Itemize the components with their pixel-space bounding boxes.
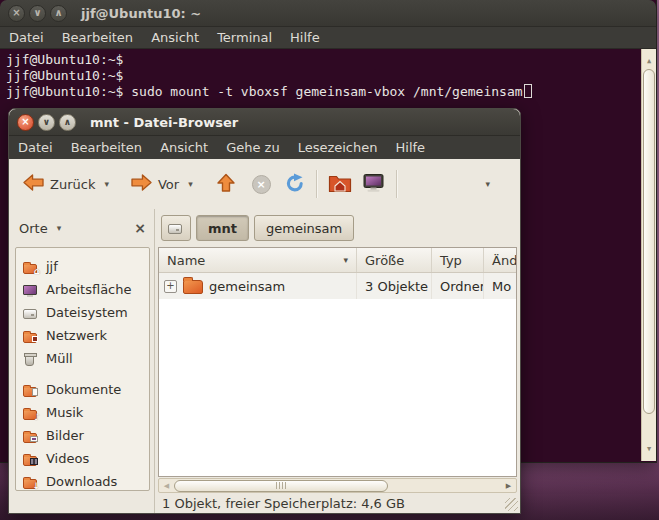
fb-menu-bearbeiten[interactable]: Bearbeiten [62,137,151,158]
close-icon[interactable]: × [8,5,25,22]
forward-button-label: Vor [158,177,179,192]
scroll-up-icon[interactable]: ▲ [642,53,656,69]
scroll-right-icon[interactable]: ▶ [501,482,516,490]
places-selector-label[interactable]: Orte [19,221,48,236]
forward-history-dropdown-icon[interactable]: ▾ [184,179,197,189]
back-history-dropdown-icon[interactable]: ▾ [100,179,113,189]
documents-folder-icon [23,383,39,397]
trash-icon [23,352,39,366]
breadcrumb-root-button[interactable] [161,215,191,241]
terminal-cursor [524,84,532,98]
sidebar-item-videos[interactable]: Videos [16,447,149,470]
file-browser-toolbar: Zurück ▾ Vor ▾ × [9,159,520,209]
file-browser-menubar: Datei Bearbeiten Ansicht Gehe zu Lesezei… [9,136,520,159]
horizontal-scrollbar-thumb[interactable] [174,480,388,492]
home-button[interactable] [323,169,357,200]
maximize-icon[interactable]: ∧ [59,114,76,131]
up-button[interactable] [211,169,241,200]
sidebar-item-trash[interactable]: Müll [16,347,149,370]
up-arrow-icon [216,173,236,196]
fb-menu-gehe-zu[interactable]: Gehe zu [217,137,289,158]
fb-menu-lesezeichen[interactable]: Lesezeichen [289,137,387,158]
file-browser-main: Orte ▾ × ⌂ jjf Arbeitsfläche Date [9,209,520,513]
fb-menu-datei[interactable]: Datei [9,137,62,158]
back-arrow-icon [22,173,45,195]
minimize-icon[interactable]: ∨ [38,114,55,131]
fb-menu-ansicht[interactable]: Ansicht [151,137,217,158]
terminal-scrollbar[interactable]: ▲ ▼ [641,49,656,461]
column-header-type[interactable]: Typ [432,248,484,272]
sort-descending-icon: ▾ [343,255,348,265]
horizontal-scrollbar[interactable]: ◀ ▶ [158,478,517,493]
sidebar-item-label: Dokumente [46,382,121,397]
toolbar-separator [396,170,397,198]
terminal-menu-datei[interactable]: Datei [0,27,53,48]
column-header-name[interactable]: Name ▾ [159,248,357,272]
sidebar-item-downloads[interactable]: ↓ Downloads [16,470,149,491]
sidebar-close-icon[interactable]: × [134,220,146,236]
scrollbar-grip [276,482,287,489]
sidebar-item-home[interactable]: ⌂ jjf [16,255,149,278]
table-row[interactable]: + gemeinsam 3 Objekte Ordner Mo 1 [159,273,516,299]
terminal-menu-terminal[interactable]: Terminal [208,27,281,48]
terminal-menu-bearbeiten[interactable]: Bearbeiten [53,27,142,48]
sidebar-item-documents[interactable]: Dokumente [16,378,149,401]
reload-icon [285,173,305,196]
sidebar-item-pictures[interactable]: Bilder [16,424,149,447]
fb-menu-hilfe[interactable]: Hilfe [387,137,435,158]
file-modified-cell: Mo 1 [484,273,516,299]
sidebar-separator [16,370,149,378]
computer-button[interactable] [357,169,390,200]
sidebar-item-network[interactable]: Netzwerk [16,324,149,347]
file-type-cell: Ordner [432,273,484,299]
terminal-prompt-line: jjf@Ubuntu10:~$ [6,68,650,84]
scroll-left-icon[interactable]: ◀ [159,482,174,490]
file-list-header: Name ▾ Größe Typ Ände [159,248,516,273]
close-icon[interactable]: × [17,114,34,131]
column-header-modified[interactable]: Ände [484,248,516,272]
scroll-down-icon[interactable]: ▼ [642,441,656,457]
file-size-cell: 3 Objekte [357,273,432,299]
sidebar-item-filesystem[interactable]: Dateisystem [16,301,149,324]
back-button-label: Zurück [50,177,95,192]
resize-grip[interactable] [505,498,518,511]
status-bar: 1 Objekt, freier Speicherplatz: 4,6 GB [155,493,520,513]
terminal-scrollbar-thumb[interactable] [643,69,655,414]
file-browser-titlebar[interactable]: × ∨ ∧ mnt - Datei-Browser [9,109,520,136]
terminal-titlebar[interactable]: × ∨ ∧ jjf@Ubuntu10: ~ [0,0,656,27]
forward-button[interactable]: Vor [125,169,184,199]
minimize-icon[interactable]: ∨ [29,5,46,22]
sidebar-item-music[interactable]: ♪ Musik [16,401,149,424]
sidebar-item-label: Müll [46,351,73,366]
sidebar-item-label: Arbeitsfläche [46,282,132,297]
file-browser-window-title: mnt - Datei-Browser [90,115,238,130]
file-name-cell: + gemeinsam [159,273,357,299]
drive-icon [23,306,39,320]
places-sidebar: Orte ▾ × ⌂ jjf Arbeitsfläche Date [9,209,154,513]
terminal-menu-ansicht[interactable]: Ansicht [142,27,208,48]
breadcrumb-segment-gemeinsam[interactable]: gemeinsam [254,215,354,241]
reload-button[interactable] [280,169,310,200]
computer-icon [362,173,385,196]
terminal-prompt-line: jjf@Ubuntu10:~$ [6,52,650,68]
home-folder-icon: ⌂ [23,260,39,274]
terminal-menu-hilfe[interactable]: Hilfe [281,27,329,48]
places-sidebar-header: Orte ▾ × [15,209,150,247]
back-button[interactable]: Zurück [17,169,100,199]
downloads-folder-icon: ↓ [23,475,39,489]
sidebar-item-label: Bilder [46,428,84,443]
network-folder-icon [23,329,39,343]
places-selector-dropdown-icon[interactable]: ▾ [53,223,66,233]
pictures-folder-icon [23,429,39,443]
music-folder-icon: ♪ [23,406,39,420]
column-header-size[interactable]: Größe [357,248,432,272]
sidebar-item-label: Netzwerk [46,328,107,343]
maximize-icon[interactable]: ∧ [50,5,67,22]
home-folder-icon [328,173,352,196]
file-list: Name ▾ Größe Typ Ände + gemeinsam [158,247,517,477]
breadcrumb: mnt gemeinsam [155,209,520,247]
breadcrumb-segment-mnt[interactable]: mnt [196,215,249,241]
expander-icon[interactable]: + [164,280,177,293]
toolbar-overflow-icon[interactable]: ▾ [481,179,494,189]
sidebar-item-desktop[interactable]: Arbeitsfläche [16,278,149,301]
